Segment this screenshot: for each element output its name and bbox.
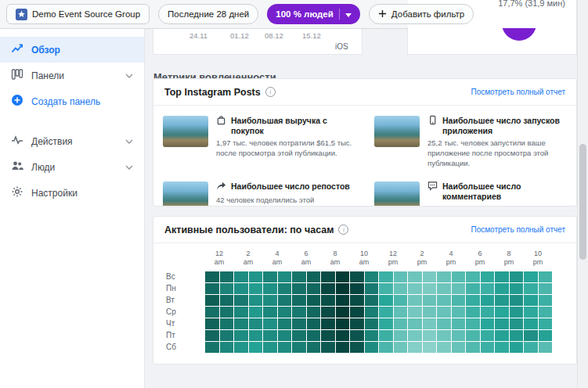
- heatmap-cell[interactable]: [321, 283, 335, 294]
- heatmap-cell[interactable]: [466, 283, 480, 294]
- heatmap-cell[interactable]: [350, 330, 364, 341]
- heatmap-cell[interactable]: [394, 318, 408, 329]
- heatmap-cell[interactable]: [452, 307, 466, 318]
- heatmap-cell[interactable]: [408, 318, 422, 329]
- heatmap-cell[interactable]: [249, 295, 263, 306]
- post-item-app-launches[interactable]: Наибольшее число запусков приложения 25,…: [365, 110, 576, 175]
- heatmap-cell[interactable]: [263, 307, 277, 318]
- scrollbar-thumb[interactable]: [579, 144, 586, 260]
- heatmap-cell[interactable]: [263, 295, 277, 306]
- heatmap-cell[interactable]: [379, 318, 393, 329]
- heatmap-cell[interactable]: [510, 283, 524, 294]
- event-source-group-button[interactable]: Demo Event Source Group: [6, 4, 150, 24]
- info-icon[interactable]: [338, 225, 348, 235]
- heatmap-cell[interactable]: [408, 307, 422, 318]
- sidebar-item-settings[interactable]: Настройки: [0, 180, 144, 206]
- heatmap-cell[interactable]: [220, 295, 234, 306]
- heatmap-cell[interactable]: [336, 295, 350, 306]
- heatmap-cell[interactable]: [350, 307, 364, 318]
- heatmap-cell[interactable]: [539, 307, 553, 318]
- heatmap-cell[interactable]: [539, 330, 553, 341]
- heatmap-cell[interactable]: [524, 271, 538, 282]
- heatmap-cell[interactable]: [437, 342, 451, 353]
- heatmap-cell[interactable]: [481, 271, 495, 282]
- heatmap-cell[interactable]: [466, 295, 480, 306]
- heatmap-cell[interactable]: [379, 271, 393, 282]
- heatmap-cell[interactable]: [466, 330, 480, 341]
- heatmap-cell[interactable]: [234, 318, 248, 329]
- heatmap-cell[interactable]: [510, 342, 524, 353]
- heatmap-cell[interactable]: [539, 318, 553, 329]
- heatmap-cell[interactable]: [263, 271, 277, 282]
- heatmap-cell[interactable]: [249, 271, 263, 282]
- heatmap-cell[interactable]: [539, 295, 553, 306]
- heatmap-cell[interactable]: [220, 318, 234, 329]
- view-full-report-link[interactable]: Посмотреть полный отчет: [471, 88, 565, 96]
- heatmap-cell[interactable]: [350, 283, 364, 294]
- heatmap-cell[interactable]: [423, 283, 437, 294]
- heatmap-cell[interactable]: [539, 271, 553, 282]
- heatmap-cell[interactable]: [278, 330, 292, 341]
- heatmap-cell[interactable]: [495, 330, 509, 341]
- heatmap-cell[interactable]: [220, 307, 234, 318]
- heatmap-cell[interactable]: [205, 283, 219, 294]
- heatmap-cell[interactable]: [365, 271, 379, 282]
- heatmap-cell[interactable]: [278, 295, 292, 306]
- heatmap-cell[interactable]: [278, 271, 292, 282]
- heatmap-cell[interactable]: [220, 330, 234, 341]
- heatmap-cell[interactable]: [394, 283, 408, 294]
- heatmap-cell[interactable]: [307, 330, 321, 341]
- heatmap-cell[interactable]: [350, 295, 364, 306]
- heatmap-cell[interactable]: [321, 271, 335, 282]
- heatmap-cell[interactable]: [481, 342, 495, 353]
- heatmap-cell[interactable]: [365, 295, 379, 306]
- heatmap-cell[interactable]: [292, 307, 306, 318]
- heatmap-cell[interactable]: [278, 307, 292, 318]
- heatmap-cell[interactable]: [336, 318, 350, 329]
- heatmap-cell[interactable]: [205, 330, 219, 341]
- heatmap-cell[interactable]: [365, 283, 379, 294]
- heatmap-cell[interactable]: [234, 307, 248, 318]
- heatmap-cell[interactable]: [408, 295, 422, 306]
- sidebar-item-activity[interactable]: Действия: [0, 128, 144, 154]
- heatmap-cell[interactable]: [452, 330, 466, 341]
- heatmap-cell[interactable]: [379, 295, 393, 306]
- heatmap-cell[interactable]: [292, 295, 306, 306]
- post-item-top-purchases[interactable]: Наибольшая выручка с покупок 1,97 тыс. ч…: [153, 110, 365, 175]
- heatmap-cell[interactable]: [365, 307, 379, 318]
- heatmap-cell[interactable]: [292, 342, 306, 353]
- heatmap-cell[interactable]: [524, 330, 538, 341]
- heatmap-cell[interactable]: [394, 307, 408, 318]
- heatmap-cell[interactable]: [481, 283, 495, 294]
- heatmap-cell[interactable]: [452, 295, 466, 306]
- heatmap-cell[interactable]: [423, 271, 437, 282]
- heatmap-cell[interactable]: [408, 342, 422, 353]
- heatmap-cell[interactable]: [539, 342, 553, 353]
- heatmap-cell[interactable]: [524, 318, 538, 329]
- heatmap-cell[interactable]: [234, 283, 248, 294]
- heatmap-cell[interactable]: [452, 342, 466, 353]
- heatmap-cell[interactable]: [437, 318, 451, 329]
- heatmap-cell[interactable]: [278, 342, 292, 353]
- heatmap-cell[interactable]: [350, 342, 364, 353]
- heatmap-cell[interactable]: [394, 271, 408, 282]
- heatmap-cell[interactable]: [336, 342, 350, 353]
- heatmap-cell[interactable]: [220, 342, 234, 353]
- heatmap-cell[interactable]: [336, 330, 350, 341]
- heatmap-cell[interactable]: [524, 283, 538, 294]
- heatmap-cell[interactable]: [510, 295, 524, 306]
- heatmap-cell[interactable]: [336, 283, 350, 294]
- heatmap-cell[interactable]: [321, 295, 335, 306]
- heatmap-cell[interactable]: [495, 295, 509, 306]
- heatmap-cell[interactable]: [423, 295, 437, 306]
- heatmap-cell[interactable]: [263, 283, 277, 294]
- heatmap-cell[interactable]: [481, 318, 495, 329]
- heatmap-cell[interactable]: [307, 295, 321, 306]
- add-filter-button[interactable]: Добавить фильтр: [369, 4, 474, 24]
- heatmap-cell[interactable]: [292, 318, 306, 329]
- heatmap-cell[interactable]: [495, 271, 509, 282]
- heatmap-cell[interactable]: [379, 283, 393, 294]
- heatmap-cell[interactable]: [423, 307, 437, 318]
- heatmap-cell[interactable]: [336, 307, 350, 318]
- heatmap-cell[interactable]: [481, 307, 495, 318]
